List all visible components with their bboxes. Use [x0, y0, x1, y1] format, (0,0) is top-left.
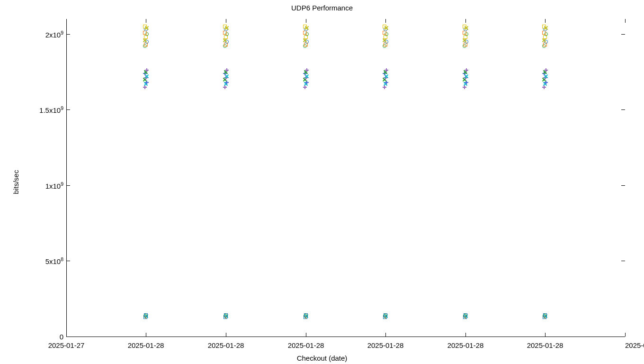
xtick-mark: [306, 19, 306, 23]
ytick-5e8: 5x108: [45, 256, 63, 265]
xtick-mark: [465, 333, 466, 337]
data-point: [465, 68, 468, 72]
xtick-label: 2025-01-28: [367, 341, 404, 349]
ytick-2e9: 2x109: [45, 30, 63, 39]
data-point: [542, 25, 546, 28]
xtick-mark: [146, 333, 146, 337]
plot-area: [66, 19, 625, 337]
data-point: [464, 313, 467, 317]
xtick-label: 2025-01-28: [128, 341, 164, 349]
data-point: [305, 68, 309, 72]
data-point: [224, 313, 228, 317]
ytick-mark: [621, 261, 625, 261]
xtick-mark: [625, 19, 626, 23]
ytick-0: 0: [60, 333, 63, 341]
data-point: [304, 313, 308, 317]
xtick-mark: [226, 19, 226, 23]
data-point: [543, 313, 547, 317]
data-point: [144, 313, 148, 317]
ytick-1e9: 1x109: [45, 181, 63, 190]
data-point: [544, 68, 548, 72]
ytick-mark: [621, 109, 625, 110]
data-point: [145, 68, 149, 72]
xtick-mark: [625, 333, 626, 337]
data-point: [383, 25, 386, 28]
ytick-mark: [621, 337, 625, 337]
ytick-mark: [66, 337, 70, 337]
data-point: [225, 68, 229, 72]
ytick-1.5e9: 1.5x109: [39, 105, 63, 114]
xtick-label: 2025-01-28: [527, 341, 564, 349]
data-point: [223, 25, 227, 28]
data-point: [385, 68, 388, 72]
xtick-mark: [545, 19, 546, 23]
xtick-mark: [146, 19, 146, 23]
xtick-mark: [385, 19, 386, 23]
xtick-label: 2025-01-28: [625, 341, 644, 349]
xtick-label: 2025-01-28: [208, 341, 244, 349]
data-point: [143, 25, 147, 28]
ytick-mark: [66, 185, 70, 186]
x-axis-label: Checkout (date): [0, 354, 644, 362]
data-point: [384, 313, 387, 317]
xtick-label: 2025-01-27: [48, 341, 85, 349]
xtick-label: 2025-01-28: [447, 341, 484, 349]
ytick-mark: [66, 34, 70, 35]
ytick-mark: [621, 185, 625, 186]
y-axis-label: bits/sec: [12, 170, 20, 194]
ytick-mark: [621, 34, 625, 35]
xtick-mark: [385, 333, 386, 337]
data-point: [463, 25, 466, 28]
xtick-label: 2025-01-28: [288, 341, 324, 349]
chart-title: UDP6 Performance: [0, 4, 644, 12]
xtick-mark: [545, 333, 546, 337]
x-axis: [66, 337, 625, 337]
ytick-mark: [66, 109, 70, 110]
xtick-mark: [465, 19, 466, 23]
y-axis: [66, 19, 67, 337]
ytick-mark: [66, 261, 70, 261]
xtick-mark: [306, 333, 306, 337]
data-point: [303, 25, 307, 28]
udp6-performance-chart: UDP6 Performance bits/sec Checkout (date…: [0, 0, 644, 364]
xtick-mark: [226, 333, 226, 337]
xtick-mark: [66, 333, 67, 337]
